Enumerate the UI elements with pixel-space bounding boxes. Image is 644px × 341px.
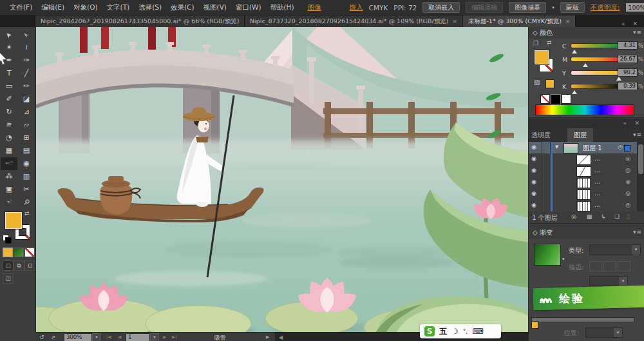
- fill-color-well[interactable]: [5, 211, 23, 229]
- pencil-tool[interactable]: ✐: [1, 93, 17, 106]
- cyan-slider[interactable]: [571, 43, 625, 48]
- layers-panel-menu-icon[interactable]: ≡: [636, 132, 642, 138]
- layer-thumbnail[interactable]: [564, 143, 578, 153]
- group-collapse-icon[interactable]: «: [623, 120, 627, 126]
- menu-window[interactable]: 窗口(W): [231, 3, 266, 12]
- draw-normal-button[interactable]: ▢: [3, 260, 14, 271]
- gradient-panel-header[interactable]: ◇ 渐变 ▾≡: [529, 227, 644, 239]
- gradient-position-dropdown[interactable]: ▾: [585, 327, 623, 338]
- layer-thumbnail[interactable]: [576, 166, 591, 177]
- image-trace-button[interactable]: 图像描摹: [509, 2, 546, 13]
- blend-tool[interactable]: ◉: [18, 157, 35, 170]
- eyedropper-tool[interactable]: ☄: [1, 157, 17, 170]
- color-panel-header[interactable]: ◇ 颜色 ▾≡: [529, 27, 644, 39]
- dock-collapse-icon[interactable]: «: [621, 21, 625, 27]
- first-artboard-icon[interactable]: |◀: [106, 335, 111, 340]
- swap-fill-stroke-icon[interactable]: ⇄: [24, 210, 30, 217]
- spectrum-bar[interactable]: [535, 104, 634, 115]
- ime-keyboard-icon[interactable]: ⌨: [472, 327, 483, 336]
- layer-row-sub[interactable]: ◉ ... ◉: [529, 177, 637, 189]
- zoom-dropdown-icon[interactable]: ▾: [92, 333, 101, 341]
- gradient-angle-dropdown[interactable]: ▾: [589, 276, 628, 286]
- layer-row-sub[interactable]: ◉ ... ◎: [529, 153, 637, 166]
- stroke-gradient-button-2[interactable]: [603, 261, 616, 271]
- layer-thumbnail[interactable]: [576, 190, 591, 200]
- direct-selection-tool[interactable]: ➣: [18, 28, 35, 41]
- hand-tool[interactable]: ☜: [1, 196, 17, 209]
- mask-button[interactable]: 蒙版: [560, 2, 585, 13]
- free-transform-tool[interactable]: ▱: [18, 119, 35, 132]
- artboard-tool[interactable]: ▣: [1, 183, 17, 196]
- ime-toolbar[interactable]: S 五 ☽ °, ⌨: [420, 324, 501, 338]
- image-trace-dropdown-icon[interactable]: ▾: [552, 5, 554, 10]
- ime-punct-icon[interactable]: °,: [463, 328, 468, 335]
- ime-moon-icon[interactable]: ☽: [451, 327, 459, 336]
- menu-type[interactable]: 文字(T): [102, 3, 135, 12]
- eye-icon[interactable]: ◉: [531, 179, 536, 185]
- yellow-slider[interactable]: [571, 70, 625, 75]
- layer-row-sub[interactable]: ◉ ... ◎: [529, 200, 637, 212]
- eraser-tool[interactable]: ◪: [18, 93, 35, 106]
- export-icon[interactable]: ⇗: [51, 334, 56, 340]
- layer-name[interactable]: 图层 1: [583, 144, 602, 153]
- paintbrush-tool[interactable]: ✏: [18, 80, 35, 93]
- default-swatches-icon2[interactable]: [5, 237, 12, 244]
- selection-tool[interactable]: ➤: [1, 28, 17, 41]
- target-icon[interactable]: ◉: [625, 179, 630, 185]
- menu-edit[interactable]: 编辑(E): [37, 3, 69, 12]
- layers-group-bar[interactable]: « ✕: [529, 119, 644, 128]
- stroke-gradient-button-1[interactable]: [589, 261, 602, 271]
- scale-tool[interactable]: ⊿: [18, 106, 35, 119]
- eye-icon[interactable]: ◉: [531, 190, 536, 197]
- slice-tool[interactable]: ✂: [18, 183, 35, 196]
- panel-fill-well[interactable]: [534, 50, 549, 65]
- tab-document-3[interactable]: 未标题-1* @ 300% (CMYK/预览) ×: [463, 15, 576, 27]
- eye-icon[interactable]: ◉: [531, 202, 536, 208]
- none-mode-button[interactable]: [24, 248, 35, 257]
- gradient-swatch-arrow-icon[interactable]: ▾: [562, 257, 565, 262]
- width-tool[interactable]: ≋: [1, 119, 17, 132]
- canvas-area[interactable]: [35, 27, 529, 332]
- screen-mode-button[interactable]: ◫: [3, 273, 14, 284]
- black-value-field[interactable]: 0.39: [618, 82, 638, 90]
- gradient-panel-menu-icon[interactable]: ≡: [636, 229, 642, 235]
- layer-row-parent[interactable]: ◉ ▼ 图层 1 ◎: [529, 142, 637, 154]
- zoom-level-field[interactable]: 300%: [64, 333, 92, 341]
- gradient-tool[interactable]: ▤: [18, 144, 35, 157]
- tab-layers[interactable]: 图层: [567, 128, 593, 142]
- scroll-left-icon[interactable]: ◀: [279, 335, 283, 340]
- target-icon[interactable]: ◎: [625, 190, 630, 197]
- gamut-swatch[interactable]: [545, 79, 554, 88]
- none-swatch[interactable]: [540, 94, 550, 104]
- menu-object[interactable]: 对象(O): [69, 3, 102, 12]
- image-link[interactable]: 图像: [308, 3, 321, 12]
- duplicate-icon[interactable]: ❐: [533, 40, 538, 46]
- draw-behind-button[interactable]: ⧉: [14, 260, 24, 271]
- gradient-swatch[interactable]: [534, 244, 561, 266]
- layer-row-sub[interactable]: ◉ ... ◎: [529, 188, 637, 200]
- status-expand-icon[interactable]: ▶: [266, 335, 269, 340]
- layer-thumbnail[interactable]: [576, 178, 591, 188]
- layer-thumbnail[interactable]: [576, 155, 591, 165]
- close-icon[interactable]: ×: [452, 18, 457, 24]
- target-icon[interactable]: ◎: [625, 155, 630, 162]
- color-panel-menu-icon[interactable]: ≡: [636, 29, 642, 35]
- yellow-value-field[interactable]: 90.2: [618, 68, 638, 77]
- gradient-slider[interactable]: [531, 317, 634, 322]
- lasso-tool[interactable]: ≀: [18, 41, 35, 54]
- prev-artboard-icon[interactable]: ◀: [118, 335, 121, 340]
- perspective-grid-tool[interactable]: ⊞: [18, 132, 35, 144]
- zoom-tool[interactable]: ⚲: [18, 196, 35, 209]
- opacity-label[interactable]: 不透明度:: [591, 3, 620, 12]
- draw-inside-button[interactable]: ⊡: [24, 260, 35, 271]
- column-graph-tool[interactable]: ▥: [18, 170, 35, 183]
- locate-object-icon[interactable]: ◎: [571, 213, 576, 220]
- black-slider[interactable]: [571, 84, 625, 89]
- new-layer-icon[interactable]: ❏: [614, 213, 620, 220]
- rectangle-tool[interactable]: ▭: [1, 80, 17, 93]
- eye-icon[interactable]: ◉: [531, 167, 536, 173]
- magenta-slider[interactable]: [571, 57, 625, 62]
- rotate-tool[interactable]: ↻: [1, 106, 17, 119]
- menu-view[interactable]: 视图(V): [199, 3, 231, 12]
- menu-help[interactable]: 帮助(H): [266, 3, 299, 12]
